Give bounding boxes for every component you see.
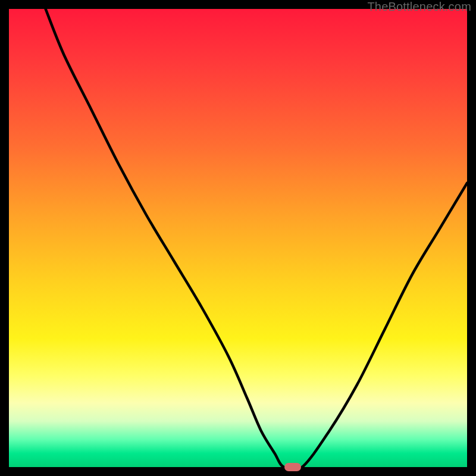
bottleneck-curve: [9, 9, 467, 467]
min-marker: [284, 463, 301, 471]
chart-frame: TheBottleneck.com: [0, 0, 476, 476]
curve-path: [46, 9, 467, 467]
plot-area: [9, 9, 467, 467]
